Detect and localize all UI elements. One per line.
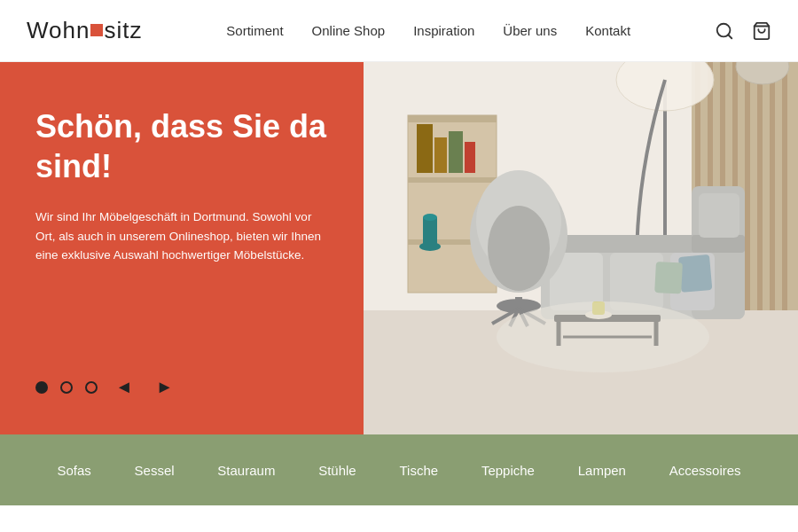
hero-body: Wir sind Ihr Möbelgeschäft in Dortmund. … [35,207,328,265]
category-sofas[interactable]: Sofas [50,459,98,481]
category-teppiche[interactable]: Teppiche [474,459,542,481]
cart-icon [752,21,771,41]
nav-item-inspiration[interactable]: Inspiration [413,23,474,38]
category-sessel[interactable]: Sessel [128,459,182,481]
carousel-next-button[interactable]: ► [151,375,179,399]
nav-item-sortiment[interactable]: Sortiment [226,23,283,38]
category-lampen[interactable]: Lampen [571,459,633,481]
svg-rect-11 [757,62,763,310]
svg-rect-34 [699,193,739,238]
svg-point-52 [497,301,709,372]
svg-point-39 [488,206,550,291]
hero-image-panel [364,62,798,434]
nav-item-uber-uns[interactable]: Über uns [503,23,557,38]
svg-rect-36 [654,262,683,294]
svg-rect-13 [782,62,787,310]
nav-item-online-shop[interactable]: Online Shop [312,23,386,38]
svg-rect-12 [770,62,775,310]
header: Wohn sitz Sortiment Online Shop Inspirat… [0,0,798,62]
svg-rect-21 [465,142,475,173]
svg-rect-20 [449,131,463,173]
carousel-dot-1[interactable] [35,381,48,394]
category-stauraum[interactable]: Stauraum [210,459,282,481]
category-bar: Sofas Sessel Stauraum Stühle Tische Tepp… [0,434,798,505]
search-icon [715,21,734,41]
hero-scene-svg [364,62,798,434]
svg-rect-19 [434,137,447,173]
svg-rect-35 [678,254,712,293]
hero-image [364,62,798,434]
cart-button[interactable] [752,21,771,41]
svg-rect-18 [417,124,433,173]
category-accessoires[interactable]: Accessoires [662,459,748,481]
carousel-prev-button[interactable]: ◄ [110,375,138,399]
svg-point-24 [423,214,437,221]
category-tische[interactable]: Tische [393,459,446,481]
svg-rect-23 [423,217,437,246]
svg-rect-16 [408,177,497,183]
hero-heading: Schön, dass Sie da sind! [35,106,328,186]
header-icons [715,21,771,41]
section-title-area: Online Shop [0,505,798,532]
hero-controls: ◄ ► [35,375,328,399]
hero-left-panel: Schön, dass Sie da sind! Wir sind Ihr Mö… [0,62,364,434]
logo: Wohn sitz [27,17,142,44]
nav-item-kontakt[interactable]: Kontakt [585,23,630,38]
carousel-dot-3[interactable] [85,381,98,394]
category-stuhle[interactable]: Stühle [311,459,364,481]
search-button[interactable] [715,21,734,41]
main-nav: Sortiment Online Shop Inspiration Über u… [226,23,630,38]
logo-square-icon [90,24,103,36]
svg-rect-15 [408,115,497,122]
carousel-dot-2[interactable] [60,381,73,394]
svg-line-1 [728,35,732,38]
svg-rect-10 [745,62,750,310]
hero-section: Schön, dass Sie da sind! Wir sind Ihr Mö… [0,62,798,434]
logo-text-prefix: Wohn [27,17,90,44]
logo-text-suffix: sitz [104,17,142,44]
